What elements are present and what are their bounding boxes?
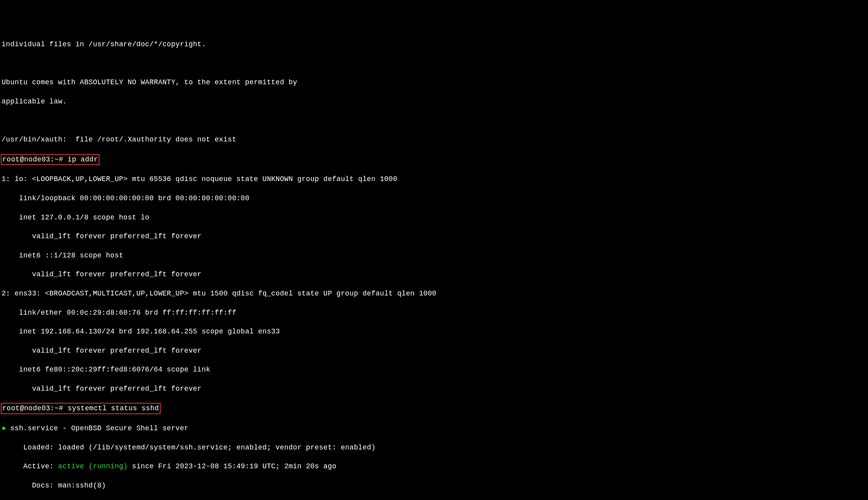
prompt-ip-addr: root@node03:~# ip addr [2, 154, 866, 165]
docs-line: Docs: man:sshd(8) [2, 481, 866, 490]
prompt-systemctl: root@node03:~# systemctl status sshd [2, 403, 866, 414]
ip-ens-valid: valid_lft forever preferred_lft forever [2, 384, 866, 393]
motd-line: Ubuntu comes with ABSOLUTELY NO WARRANTY… [2, 78, 866, 87]
ip-lo-inet: inet 127.0.0.1/8 scope host lo [2, 213, 866, 222]
status-dot-icon: ● [2, 424, 6, 432]
motd-line: individual files in /usr/share/doc/*/cop… [2, 40, 866, 49]
motd-line: applicable law. [2, 97, 866, 106]
ip-lo-link: link/loopback 00:00:00:00:00:00 brd 00:0… [2, 194, 866, 203]
ip-lo-head: 1: lo: <LOOPBACK,UP,LOWER_UP> mtu 65536 … [2, 174, 866, 184]
ip-ens-inet: inet 192.168.64.130/24 brd 192.168.64.25… [2, 327, 866, 336]
service-name: ssh.service - OpenBSD Secure Shell serve… [6, 424, 188, 432]
ip-ens-valid: valid_lft forever preferred_lft forever [2, 346, 866, 355]
ip-lo-valid: valid_lft forever preferred_lft forever [2, 232, 866, 241]
active-line: Active: active (running) since Fri 2023-… [2, 462, 866, 471]
loaded-line: Loaded: loaded (/lib/systemd/system/ssh.… [2, 443, 866, 452]
active-status: active (running) [58, 462, 128, 470]
blank-line [2, 59, 866, 68]
highlight-box: root@node03:~# ip addr [1, 154, 99, 165]
blank-line [2, 116, 866, 125]
ip-lo-valid: valid_lft forever preferred_lft forever [2, 270, 866, 279]
ip-ens-link: link/ether 00:0c:29:d8:60:76 brd ff:ff:f… [2, 308, 866, 317]
active-label: Active: [2, 462, 58, 470]
active-since: since Fri 2023-12-08 15:49:19 UTC; 2min … [128, 462, 336, 470]
ip-ens-inet6: inet6 fe80::20c:29ff:fed8:6076/64 scope … [2, 365, 866, 374]
service-header: ● ssh.service - OpenBSD Secure Shell ser… [2, 424, 866, 433]
xauth-warning: /usr/bin/xauth: file /root/.Xauthority d… [2, 135, 866, 144]
ip-ens-head: 2: ens33: <BROADCAST,MULTICAST,UP,LOWER_… [2, 289, 866, 298]
highlight-box: root@node03:~# systemctl status sshd [1, 403, 161, 414]
ip-lo-inet6: inet6 ::1/128 scope host [2, 251, 866, 260]
